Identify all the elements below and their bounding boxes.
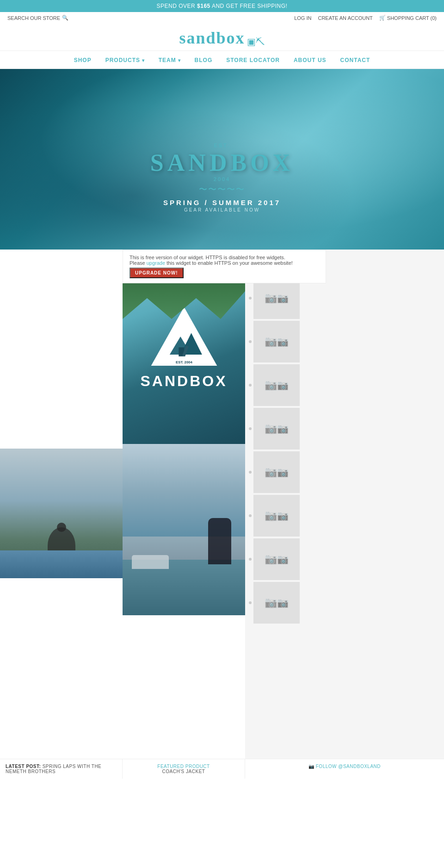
main-nav: SHOP PRODUCTS TEAM BLOG STORE LOCATOR AB… <box>0 50 444 69</box>
insta-bullet-4 <box>249 427 252 430</box>
latest-post-label: LATEST POST: <box>6 764 41 769</box>
search-icon: 🔍 <box>62 15 68 21</box>
hero-brand: SANDBOX <box>150 149 294 176</box>
login-link[interactable]: LOG IN <box>294 15 311 21</box>
search-label: SEARCH OUR STORE <box>7 15 60 21</box>
camera-icon-4: 📷 <box>265 423 277 435</box>
instagram-row-8: 📷 <box>249 581 440 624</box>
instagram-row-4: 📷 <box>249 407 440 450</box>
insta-thumb-3[interactable]: 📷 <box>253 364 300 406</box>
instagram-row-5: 📷 <box>249 450 440 494</box>
cart-label: SHOPPING CART (0) <box>387 15 437 21</box>
nav-blog[interactable]: BLOG <box>195 57 213 63</box>
insta-thumb-5[interactable]: 📷 <box>253 451 300 493</box>
promo-amount: $165 <box>197 3 210 9</box>
insta-thumb-4[interactable]: 📷 <box>253 408 300 450</box>
logo-icon: ▣⛏ <box>247 36 265 47</box>
camera-icon-6: 📷 <box>265 510 277 522</box>
featured-product-label: FEATURED PRODUCT <box>128 764 239 769</box>
insta-bullet-3 <box>249 384 252 387</box>
insta-thumb-8[interactable]: 📷 <box>253 582 300 624</box>
hero-section: EST. SANDBOX 2004 〜〜〜〜〜 SPRING / SUMMER … <box>0 69 444 250</box>
sandbox-brand-text: SANDBOX <box>140 373 227 390</box>
insta-bullet-8 <box>249 601 252 604</box>
logo-text[interactable]: sandbox <box>179 29 245 47</box>
bottom-left: LATEST POST: SPRING LAPS WITH THE NEMETH… <box>0 759 123 779</box>
camera-icon-2: 📷 <box>265 336 277 348</box>
utility-right-links: LOG IN CREATE AN ACCOUNT 🛒 SHOPPING CART… <box>294 15 437 21</box>
insta-bullet-7 <box>249 558 252 561</box>
create-account-link[interactable]: CREATE AN ACCOUNT <box>318 15 372 21</box>
insta-thumb-1[interactable]: 📷 <box>253 277 300 319</box>
hero-subtitle: SPRING / SUMMER 2017 <box>150 199 294 206</box>
instagram-row-6: 📷 <box>249 494 440 537</box>
featured-product-name: COACH'S JACKET <box>128 769 239 774</box>
wakeboard-image <box>123 444 245 615</box>
instagram-row-3: 📷 <box>249 363 440 407</box>
insta-thumb-7[interactable]: 📷 <box>253 538 300 580</box>
instagram-icon: 📷 <box>308 764 316 769</box>
camera-icon-1: 📷 <box>265 292 277 304</box>
hero-content: EST. SANDBOX 2004 〜〜〜〜〜 SPRING / SUMMER … <box>150 143 294 212</box>
hero-year: 2004 <box>150 176 294 182</box>
utility-bar: SEARCH OUR STORE 🔍 LOG IN CREATE AN ACCO… <box>0 12 444 24</box>
widget-notice-text2: Please upgrade this widget to enable HTT… <box>130 260 319 266</box>
center-column: EST. 2004 SANDBOX <box>123 250 245 759</box>
nav-contact[interactable]: CONTACT <box>340 57 370 63</box>
widget-notice-text: This is free version of our widget. HTTP… <box>130 255 319 260</box>
svg-text:EST.      2004: EST. 2004 <box>176 360 193 364</box>
sandbox-triangle-logo: EST. 2004 <box>147 304 221 369</box>
upgrade-link[interactable]: upgrade <box>147 260 165 266</box>
cart-icon: 🛒 <box>379 15 386 21</box>
main-content: This is free version of our widget. HTTP… <box>0 250 444 759</box>
instagram-row-2: 📷 <box>249 320 440 363</box>
cart-link[interactable]: 🛒 SHOPPING CART (0) <box>379 15 437 21</box>
insta-thumb-6[interactable]: 📷 <box>253 495 300 537</box>
hero-est: EST. <box>150 143 294 148</box>
hero-tagline: GEAR AVAILABLE NOW <box>150 207 294 212</box>
nav-shop[interactable]: SHOP <box>74 57 92 63</box>
promo-text: SPEND OVER <box>157 3 197 9</box>
promo-bar: SPEND OVER $165 AND GET FREE SHIPPING! <box>0 0 444 12</box>
camera-icon-5: 📷 <box>265 466 277 478</box>
nav-products[interactable]: PRODUCTS <box>105 57 145 63</box>
search-area[interactable]: SEARCH OUR STORE 🔍 <box>7 15 68 21</box>
nav-store-locator[interactable]: STORE LOCATOR <box>226 57 280 63</box>
left-column <box>0 250 123 759</box>
follow-label[interactable]: FOLLOW @SANDBOXLAND <box>316 764 381 769</box>
svg-marker-0 <box>152 307 216 365</box>
insta-bullet-2 <box>249 340 252 343</box>
insta-bullet-6 <box>249 514 252 517</box>
logo-area: sandbox▣⛏ <box>0 24 444 50</box>
upgrade-button[interactable]: UPGRADE NOW! <box>130 268 184 278</box>
camera-icon-3: 📷 <box>265 379 277 391</box>
camera-icon-7: 📷 <box>265 553 277 565</box>
hero-waves: 〜〜〜〜〜 <box>150 184 294 195</box>
nav-team[interactable]: TEAM <box>159 57 181 63</box>
promo-suffix: AND GET FREE SHIPPING! <box>210 3 288 9</box>
action-photo <box>0 449 123 578</box>
widget-notice: This is free version of our widget. HTTP… <box>123 250 326 283</box>
insta-bullet-1 <box>249 297 252 300</box>
bottom-right: 📷 FOLLOW @SANDBOXLAND <box>245 759 444 779</box>
instagram-row-7: 📷 <box>249 537 440 581</box>
insta-thumb-2[interactable]: 📷 <box>253 321 300 362</box>
insta-bullet-5 <box>249 471 252 474</box>
nav-about-us[interactable]: ABOUT US <box>294 57 327 63</box>
bottom-center: FEATURED PRODUCT COACH'S JACKET <box>123 759 245 779</box>
bottom-bar: LATEST POST: SPRING LAPS WITH THE NEMETH… <box>0 759 444 779</box>
right-column: 📷 📷 📷 📷 📷 <box>245 250 444 759</box>
camera-icon-8: 📷 <box>265 597 277 609</box>
